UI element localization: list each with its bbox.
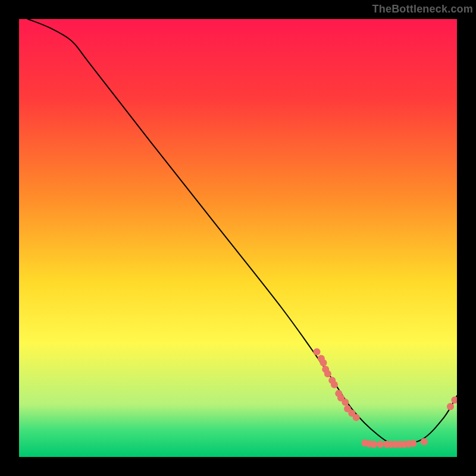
scatter-dot — [409, 440, 416, 447]
scatter-dot — [320, 359, 327, 367]
scatter-dot — [324, 370, 331, 377]
scatter-dot — [342, 399, 349, 406]
scatter-dot — [331, 381, 338, 389]
chart-svg — [19, 19, 457, 457]
scatter-dot — [313, 348, 320, 355]
plot-area — [19, 19, 457, 457]
chart-background — [19, 19, 457, 457]
scatter-dot — [377, 441, 384, 448]
scatter-dot — [447, 403, 454, 410]
scatter-dot — [421, 438, 428, 445]
watermark-text: TheBottleneck.com — [372, 3, 473, 15]
scatter-dot — [370, 441, 377, 448]
scatter-dot — [353, 414, 360, 421]
chart-frame: TheBottleneck.com — [0, 0, 476, 476]
